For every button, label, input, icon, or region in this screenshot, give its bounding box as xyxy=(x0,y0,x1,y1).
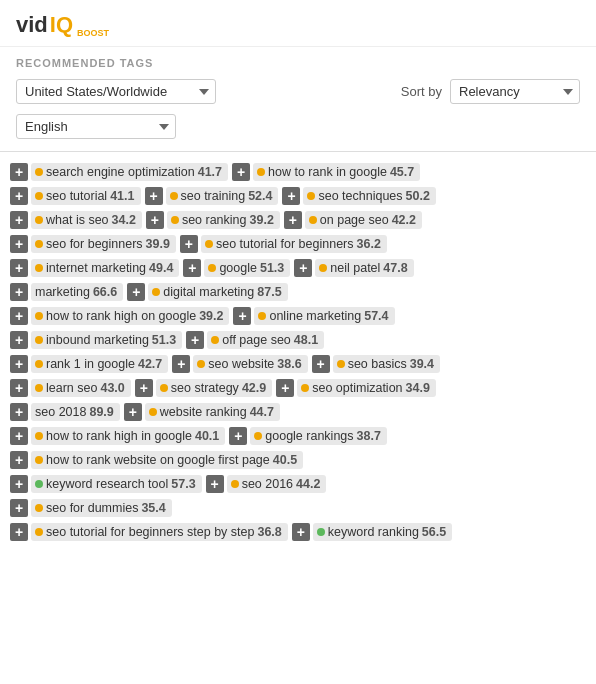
header: vidIQ BOOST xyxy=(0,0,596,47)
add-tag-button[interactable]: + xyxy=(145,187,163,205)
tag-pill: seo tutorial41.1 xyxy=(31,187,141,205)
tag-row: +seo tutorial for beginners step by step… xyxy=(10,520,586,544)
region-select[interactable]: United States/Worldwide United States Wo… xyxy=(16,79,216,104)
tag-dot xyxy=(149,408,157,416)
tag-text: keyword research tool xyxy=(46,477,168,491)
add-tag-button[interactable]: + xyxy=(10,331,28,349)
tag-text: seo techniques xyxy=(318,189,402,203)
tag-item: +seo strategy42.9 xyxy=(135,379,272,397)
add-tag-button[interactable]: + xyxy=(124,403,142,421)
add-tag-button[interactable]: + xyxy=(180,235,198,253)
tag-pill: how to rank in google45.7 xyxy=(253,163,420,181)
add-tag-button[interactable]: + xyxy=(282,187,300,205)
tag-dot xyxy=(35,336,43,344)
tag-pill: seo basics39.4 xyxy=(333,355,440,373)
add-tag-button[interactable]: + xyxy=(10,235,28,253)
add-tag-button[interactable]: + xyxy=(10,475,28,493)
tag-item: +seo tutorial for beginners36.2 xyxy=(180,235,387,253)
add-tag-button[interactable]: + xyxy=(276,379,294,397)
tag-dot xyxy=(35,216,43,224)
tag-text: inbound marketing xyxy=(46,333,149,347)
add-tag-button[interactable]: + xyxy=(229,427,247,445)
add-tag-button[interactable]: + xyxy=(233,307,251,325)
add-tag-button[interactable]: + xyxy=(284,211,302,229)
tag-pill: google51.3 xyxy=(204,259,290,277)
tag-dot xyxy=(211,336,219,344)
tag-dot xyxy=(319,264,327,272)
add-tag-button[interactable]: + xyxy=(10,427,28,445)
add-tag-button[interactable]: + xyxy=(232,163,250,181)
tag-item: +how to rank high in google40.1 xyxy=(10,427,225,445)
tag-dot xyxy=(317,528,325,536)
tag-dot xyxy=(35,312,43,320)
sort-select[interactable]: Relevancy Search Volume Competition xyxy=(450,79,580,104)
tag-score: 51.3 xyxy=(152,333,176,347)
add-tag-button[interactable]: + xyxy=(294,259,312,277)
add-tag-button[interactable]: + xyxy=(172,355,190,373)
add-tag-button[interactable]: + xyxy=(186,331,204,349)
tag-row: +how to rank high in google40.1+google r… xyxy=(10,424,586,448)
tag-score: 42.2 xyxy=(392,213,416,227)
add-tag-button[interactable]: + xyxy=(206,475,224,493)
tag-dot xyxy=(254,432,262,440)
add-tag-button[interactable]: + xyxy=(183,259,201,277)
tag-pill: seo tutorial for beginners step by step3… xyxy=(31,523,288,541)
tag-pill: digital marketing87.5 xyxy=(148,283,287,301)
tag-score: 36.2 xyxy=(357,237,381,251)
tag-item: +seo tutorial41.1 xyxy=(10,187,141,205)
tag-text: rank 1 in google xyxy=(46,357,135,371)
tag-item: +seo for dummies35.4 xyxy=(10,499,172,517)
tag-score: 45.7 xyxy=(390,165,414,179)
add-tag-button[interactable]: + xyxy=(10,259,28,277)
tag-text: how to rank high in google xyxy=(46,429,192,443)
tag-text: google rankings xyxy=(265,429,353,443)
tag-text: google xyxy=(219,261,257,275)
tag-score: 56.5 xyxy=(422,525,446,539)
add-tag-button[interactable]: + xyxy=(312,355,330,373)
tag-pill: seo 201889.9 xyxy=(31,403,120,421)
add-tag-button[interactable]: + xyxy=(10,355,28,373)
add-tag-button[interactable]: + xyxy=(10,403,28,421)
tag-pill: seo strategy42.9 xyxy=(156,379,272,397)
add-tag-button[interactable]: + xyxy=(10,379,28,397)
tag-text: seo for beginners xyxy=(46,237,143,251)
tag-text: seo 2016 xyxy=(242,477,293,491)
add-tag-button[interactable]: + xyxy=(292,523,310,541)
tag-text: seo optimization xyxy=(312,381,402,395)
tag-text: on page seo xyxy=(320,213,389,227)
tag-pill: seo for dummies35.4 xyxy=(31,499,172,517)
tag-text: online marketing xyxy=(269,309,361,323)
tag-item: +marketing66.6 xyxy=(10,283,123,301)
language-select[interactable]: English Spanish French xyxy=(16,114,176,139)
tag-item: +search engine optimization41.7 xyxy=(10,163,228,181)
tag-pill: google rankings38.7 xyxy=(250,427,387,445)
tag-pill: off page seo48.1 xyxy=(207,331,324,349)
tag-score: 42.7 xyxy=(138,357,162,371)
filter-row-2: English Spanish French xyxy=(16,114,580,139)
add-tag-button[interactable]: + xyxy=(10,211,28,229)
tag-dot xyxy=(35,456,43,464)
tag-dot xyxy=(307,192,315,200)
tag-pill: keyword ranking56.5 xyxy=(313,523,452,541)
add-tag-button[interactable]: + xyxy=(127,283,145,301)
filter-row-1: United States/Worldwide United States Wo… xyxy=(16,79,580,104)
add-tag-button[interactable]: + xyxy=(10,307,28,325)
tag-text: seo tutorial for beginners xyxy=(216,237,354,251)
tag-text: seo training xyxy=(181,189,246,203)
tag-item: +seo for beginners39.9 xyxy=(10,235,176,253)
add-tag-button[interactable]: + xyxy=(10,499,28,517)
tag-score: 34.9 xyxy=(406,381,430,395)
add-tag-button[interactable]: + xyxy=(146,211,164,229)
add-tag-button[interactable]: + xyxy=(10,451,28,469)
tag-item: +seo website38.6 xyxy=(172,355,307,373)
tag-score: 49.4 xyxy=(149,261,173,275)
tag-row: +seo for beginners39.9+seo tutorial for … xyxy=(10,232,586,256)
tag-score: 57.3 xyxy=(171,477,195,491)
add-tag-button[interactable]: + xyxy=(10,187,28,205)
tag-text: how to rank high on google xyxy=(46,309,196,323)
add-tag-button[interactable]: + xyxy=(10,523,28,541)
add-tag-button[interactable]: + xyxy=(10,163,28,181)
add-tag-button[interactable]: + xyxy=(10,283,28,301)
add-tag-button[interactable]: + xyxy=(135,379,153,397)
tag-dot xyxy=(301,384,309,392)
